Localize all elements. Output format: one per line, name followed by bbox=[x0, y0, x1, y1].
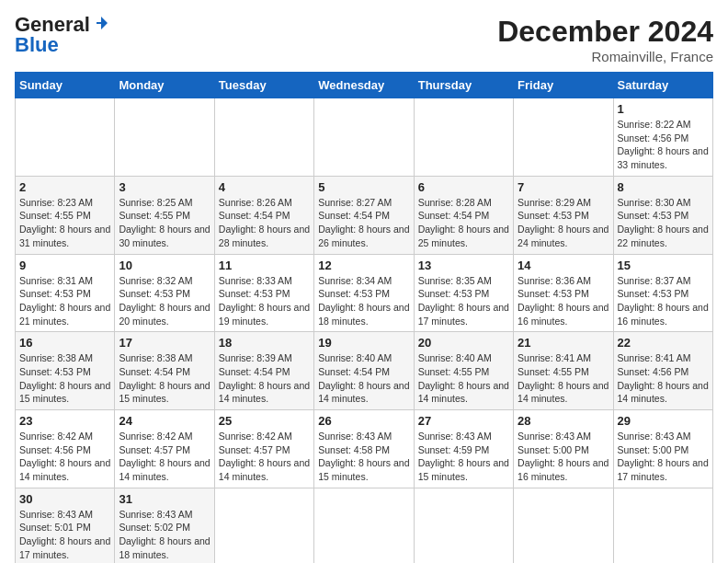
day-info: Sunrise: 8:35 AMSunset: 4:53 PMDaylight:… bbox=[418, 274, 509, 328]
day-info: Sunrise: 8:32 AMSunset: 4:53 PMDaylight:… bbox=[119, 274, 210, 328]
month-title: December 2024 bbox=[497, 15, 713, 49]
calendar-header-row: SundayMondayTuesdayWednesdayThursdayFrid… bbox=[16, 73, 713, 98]
day-number: 12 bbox=[318, 259, 409, 272]
calendar-header-monday: Monday bbox=[115, 73, 214, 98]
day-info: Sunrise: 8:40 AMSunset: 4:55 PMDaylight:… bbox=[418, 351, 509, 406]
day-number: 24 bbox=[119, 414, 210, 428]
day-info: Sunrise: 8:34 AMSunset: 4:53 PMDaylight:… bbox=[318, 274, 409, 328]
logo: General Blue bbox=[15, 15, 109, 55]
calendar-cell: 15Sunrise: 8:37 AMSunset: 4:53 PMDayligh… bbox=[613, 254, 712, 332]
day-number: 28 bbox=[518, 414, 609, 428]
calendar-cell: 29Sunrise: 8:43 AMSunset: 5:00 PMDayligh… bbox=[613, 410, 712, 488]
calendar-cell: 25Sunrise: 8:42 AMSunset: 4:57 PMDayligh… bbox=[214, 410, 313, 488]
calendar-cell: 17Sunrise: 8:38 AMSunset: 4:54 PMDayligh… bbox=[115, 332, 214, 410]
day-number: 2 bbox=[19, 180, 110, 194]
day-number: 19 bbox=[318, 336, 409, 350]
day-number: 8 bbox=[618, 180, 709, 194]
calendar-cell: 10Sunrise: 8:32 AMSunset: 4:53 PMDayligh… bbox=[115, 254, 214, 332]
day-number: 15 bbox=[618, 259, 709, 272]
calendar-cell bbox=[414, 98, 513, 177]
calendar-cell: 12Sunrise: 8:34 AMSunset: 4:53 PMDayligh… bbox=[314, 254, 414, 332]
day-number: 10 bbox=[119, 259, 210, 272]
calendar-cell: 26Sunrise: 8:43 AMSunset: 4:58 PMDayligh… bbox=[314, 410, 414, 488]
day-info: Sunrise: 8:39 AMSunset: 4:54 PMDaylight:… bbox=[219, 351, 310, 406]
calendar-header-tuesday: Tuesday bbox=[214, 73, 313, 98]
day-number: 4 bbox=[219, 180, 310, 194]
logo-blue: Blue bbox=[15, 35, 59, 55]
day-info: Sunrise: 8:25 AMSunset: 4:55 PMDaylight:… bbox=[119, 196, 210, 250]
day-info: Sunrise: 8:41 AMSunset: 4:56 PMDaylight:… bbox=[618, 351, 709, 406]
calendar-week-row: 16Sunrise: 8:38 AMSunset: 4:53 PMDayligh… bbox=[16, 332, 713, 410]
calendar-cell: 21Sunrise: 8:41 AMSunset: 4:55 PMDayligh… bbox=[514, 332, 613, 410]
day-info: Sunrise: 8:43 AMSunset: 5:00 PMDaylight:… bbox=[518, 430, 609, 484]
calendar-cell bbox=[514, 98, 613, 177]
day-info: Sunrise: 8:38 AMSunset: 4:54 PMDaylight:… bbox=[119, 351, 210, 406]
calendar-cell: 14Sunrise: 8:36 AMSunset: 4:53 PMDayligh… bbox=[514, 254, 613, 332]
day-info: Sunrise: 8:43 AMSunset: 4:58 PMDaylight:… bbox=[318, 430, 409, 484]
day-info: Sunrise: 8:30 AMSunset: 4:53 PMDaylight:… bbox=[618, 196, 709, 250]
calendar-week-row: 2Sunrise: 8:23 AMSunset: 4:55 PMDaylight… bbox=[16, 176, 713, 254]
day-number: 9 bbox=[19, 259, 110, 272]
day-info: Sunrise: 8:42 AMSunset: 4:57 PMDaylight:… bbox=[219, 430, 310, 484]
day-number: 3 bbox=[119, 180, 210, 194]
day-number: 30 bbox=[19, 492, 110, 506]
day-number: 7 bbox=[518, 180, 609, 194]
calendar-cell: 6Sunrise: 8:28 AMSunset: 4:54 PMDaylight… bbox=[414, 176, 513, 254]
calendar-header-sunday: Sunday bbox=[16, 73, 115, 98]
day-info: Sunrise: 8:41 AMSunset: 4:55 PMDaylight:… bbox=[518, 351, 609, 406]
day-number: 31 bbox=[119, 492, 210, 506]
day-info: Sunrise: 8:27 AMSunset: 4:54 PMDaylight:… bbox=[318, 196, 409, 250]
calendar-cell: 8Sunrise: 8:30 AMSunset: 4:53 PMDaylight… bbox=[613, 176, 712, 254]
day-info: Sunrise: 8:43 AMSunset: 5:01 PMDaylight:… bbox=[19, 508, 110, 562]
location-title: Romainville, France bbox=[497, 49, 713, 64]
day-number: 18 bbox=[219, 336, 310, 350]
day-info: Sunrise: 8:26 AMSunset: 4:54 PMDaylight:… bbox=[219, 196, 310, 250]
calendar-cell bbox=[314, 488, 414, 563]
day-number: 26 bbox=[318, 414, 409, 428]
calendar-cell: 7Sunrise: 8:29 AMSunset: 4:53 PMDaylight… bbox=[514, 176, 613, 254]
day-info: Sunrise: 8:42 AMSunset: 4:57 PMDaylight:… bbox=[119, 430, 210, 484]
calendar-cell: 31Sunrise: 8:43 AMSunset: 5:02 PMDayligh… bbox=[115, 488, 214, 563]
logo-general: General bbox=[15, 15, 90, 35]
calendar-week-row: 30Sunrise: 8:43 AMSunset: 5:01 PMDayligh… bbox=[16, 488, 713, 563]
calendar-cell: 20Sunrise: 8:40 AMSunset: 4:55 PMDayligh… bbox=[414, 332, 513, 410]
calendar-cell: 9Sunrise: 8:31 AMSunset: 4:53 PMDaylight… bbox=[16, 254, 115, 332]
day-info: Sunrise: 8:43 AMSunset: 5:02 PMDaylight:… bbox=[119, 508, 210, 562]
calendar-cell bbox=[314, 98, 414, 177]
calendar-cell bbox=[613, 488, 712, 563]
day-info: Sunrise: 8:33 AMSunset: 4:53 PMDaylight:… bbox=[219, 274, 310, 328]
day-number: 21 bbox=[518, 336, 609, 350]
calendar-cell: 3Sunrise: 8:25 AMSunset: 4:55 PMDaylight… bbox=[115, 176, 214, 254]
calendar-cell: 11Sunrise: 8:33 AMSunset: 4:53 PMDayligh… bbox=[214, 254, 313, 332]
day-info: Sunrise: 8:37 AMSunset: 4:53 PMDaylight:… bbox=[618, 274, 709, 328]
day-info: Sunrise: 8:28 AMSunset: 4:54 PMDaylight:… bbox=[418, 196, 509, 250]
day-info: Sunrise: 8:31 AMSunset: 4:53 PMDaylight:… bbox=[19, 274, 110, 328]
calendar-cell bbox=[514, 488, 613, 563]
calendar-cell: 30Sunrise: 8:43 AMSunset: 5:01 PMDayligh… bbox=[16, 488, 115, 563]
day-number: 29 bbox=[618, 414, 709, 428]
day-number: 22 bbox=[618, 336, 709, 350]
calendar-cell: 24Sunrise: 8:42 AMSunset: 4:57 PMDayligh… bbox=[115, 410, 214, 488]
day-info: Sunrise: 8:38 AMSunset: 4:53 PMDaylight:… bbox=[19, 351, 110, 406]
calendar-header-wednesday: Wednesday bbox=[314, 73, 414, 98]
calendar-header-friday: Friday bbox=[514, 73, 613, 98]
day-number: 27 bbox=[418, 414, 509, 428]
day-info: Sunrise: 8:43 AMSunset: 4:59 PMDaylight:… bbox=[418, 430, 509, 484]
calendar-cell: 18Sunrise: 8:39 AMSunset: 4:54 PMDayligh… bbox=[214, 332, 313, 410]
calendar-cell: 1Sunrise: 8:22 AMSunset: 4:56 PMDaylight… bbox=[613, 98, 712, 177]
calendar-header-thursday: Thursday bbox=[414, 73, 513, 98]
day-number: 17 bbox=[119, 336, 210, 350]
day-number: 14 bbox=[518, 259, 609, 272]
calendar-cell: 27Sunrise: 8:43 AMSunset: 4:59 PMDayligh… bbox=[414, 410, 513, 488]
day-info: Sunrise: 8:36 AMSunset: 4:53 PMDaylight:… bbox=[518, 274, 609, 328]
day-number: 13 bbox=[418, 259, 509, 272]
calendar-cell: 5Sunrise: 8:27 AMSunset: 4:54 PMDaylight… bbox=[314, 176, 414, 254]
day-info: Sunrise: 8:43 AMSunset: 5:00 PMDaylight:… bbox=[618, 430, 709, 484]
day-info: Sunrise: 8:40 AMSunset: 4:54 PMDaylight:… bbox=[318, 351, 409, 406]
calendar-cell: 4Sunrise: 8:26 AMSunset: 4:54 PMDaylight… bbox=[214, 176, 313, 254]
day-number: 1 bbox=[618, 102, 709, 116]
calendar-cell: 16Sunrise: 8:38 AMSunset: 4:53 PMDayligh… bbox=[16, 332, 115, 410]
header: General Blue December 2024 Romainville, … bbox=[15, 15, 713, 64]
day-number: 25 bbox=[219, 414, 310, 428]
day-info: Sunrise: 8:22 AMSunset: 4:56 PMDaylight:… bbox=[618, 118, 709, 172]
